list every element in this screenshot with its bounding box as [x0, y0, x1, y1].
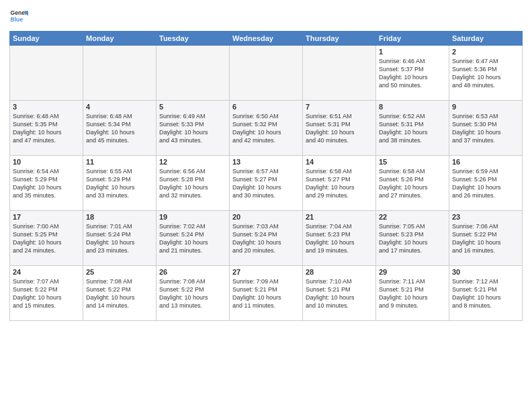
- calendar-cell: 9Sunrise: 6:53 AM Sunset: 5:30 PM Daylig…: [449, 101, 523, 156]
- day-info: Sunrise: 6:58 AM Sunset: 5:26 PM Dayligh…: [379, 167, 446, 200]
- calendar-cell: 16Sunrise: 6:59 AM Sunset: 5:26 PM Dayli…: [449, 156, 523, 211]
- day-info: Sunrise: 7:04 AM Sunset: 5:23 PM Dayligh…: [306, 222, 373, 255]
- day-number: 21: [306, 213, 373, 221]
- weekday-header-thursday: Thursday: [303, 32, 376, 46]
- calendar-cell: 30Sunrise: 7:12 AM Sunset: 5:21 PM Dayli…: [449, 266, 523, 321]
- day-info: Sunrise: 7:07 AM Sunset: 5:22 PM Dayligh…: [13, 277, 80, 310]
- calendar-cell: [10, 46, 83, 101]
- day-info: Sunrise: 6:48 AM Sunset: 5:35 PM Dayligh…: [13, 112, 80, 145]
- calendar-cell: [157, 46, 230, 101]
- day-number: 11: [86, 158, 153, 166]
- calendar-cell: 10Sunrise: 6:54 AM Sunset: 5:29 PM Dayli…: [10, 156, 83, 211]
- day-info: Sunrise: 7:00 AM Sunset: 5:25 PM Dayligh…: [13, 222, 80, 255]
- day-number: 15: [379, 158, 446, 166]
- day-number: 8: [379, 103, 446, 111]
- day-info: Sunrise: 6:51 AM Sunset: 5:31 PM Dayligh…: [306, 112, 373, 145]
- calendar-cell: 6Sunrise: 6:50 AM Sunset: 5:32 PM Daylig…: [230, 101, 303, 156]
- calendar-week-row: 24Sunrise: 7:07 AM Sunset: 5:22 PM Dayli…: [10, 266, 523, 321]
- day-number: 18: [86, 213, 153, 221]
- calendar-cell: [303, 46, 376, 101]
- day-info: Sunrise: 6:52 AM Sunset: 5:31 PM Dayligh…: [379, 112, 446, 145]
- day-info: Sunrise: 7:10 AM Sunset: 5:21 PM Dayligh…: [306, 277, 373, 310]
- calendar-table: SundayMondayTuesdayWednesdayThursdayFrid…: [9, 31, 523, 321]
- calendar-cell: 8Sunrise: 6:52 AM Sunset: 5:31 PM Daylig…: [376, 101, 449, 156]
- day-number: 26: [159, 268, 226, 276]
- calendar-cell: 19Sunrise: 7:02 AM Sunset: 5:24 PM Dayli…: [157, 211, 230, 266]
- day-info: Sunrise: 6:57 AM Sunset: 5:27 PM Dayligh…: [232, 167, 300, 200]
- calendar-cell: 17Sunrise: 7:00 AM Sunset: 5:25 PM Dayli…: [10, 211, 83, 266]
- calendar-cell: 25Sunrise: 7:08 AM Sunset: 5:22 PM Dayli…: [83, 266, 157, 321]
- calendar-cell: 11Sunrise: 6:55 AM Sunset: 5:29 PM Dayli…: [83, 156, 157, 211]
- header: General Blue: [9, 7, 523, 26]
- day-info: Sunrise: 6:46 AM Sunset: 5:37 PM Dayligh…: [379, 57, 446, 90]
- calendar-cell: 28Sunrise: 7:10 AM Sunset: 5:21 PM Dayli…: [303, 266, 376, 321]
- day-number: 29: [379, 268, 446, 276]
- day-number: 19: [159, 213, 226, 221]
- calendar-cell: 24Sunrise: 7:07 AM Sunset: 5:22 PM Dayli…: [10, 266, 83, 321]
- calendar-cell: 21Sunrise: 7:04 AM Sunset: 5:23 PM Dayli…: [303, 211, 376, 266]
- day-info: Sunrise: 7:06 AM Sunset: 5:22 PM Dayligh…: [452, 222, 519, 255]
- calendar-cell: 5Sunrise: 6:49 AM Sunset: 5:33 PM Daylig…: [157, 101, 230, 156]
- weekday-header-row: SundayMondayTuesdayWednesdayThursdayFrid…: [10, 32, 523, 46]
- day-info: Sunrise: 6:53 AM Sunset: 5:30 PM Dayligh…: [452, 112, 519, 145]
- day-number: 10: [13, 158, 80, 166]
- day-info: Sunrise: 7:08 AM Sunset: 5:22 PM Dayligh…: [159, 277, 226, 310]
- logo: General Blue: [9, 7, 28, 26]
- day-info: Sunrise: 6:47 AM Sunset: 5:36 PM Dayligh…: [452, 57, 519, 90]
- day-info: Sunrise: 6:56 AM Sunset: 5:28 PM Dayligh…: [159, 167, 226, 200]
- day-number: 4: [86, 103, 153, 111]
- calendar-cell: 1Sunrise: 6:46 AM Sunset: 5:37 PM Daylig…: [376, 46, 449, 101]
- day-info: Sunrise: 6:58 AM Sunset: 5:27 PM Dayligh…: [306, 167, 373, 200]
- day-info: Sunrise: 6:59 AM Sunset: 5:26 PM Dayligh…: [452, 167, 519, 200]
- calendar-cell: 13Sunrise: 6:57 AM Sunset: 5:27 PM Dayli…: [230, 156, 303, 211]
- calendar-cell: 29Sunrise: 7:11 AM Sunset: 5:21 PM Dayli…: [376, 266, 449, 321]
- day-number: 9: [452, 103, 519, 111]
- calendar-cell: 12Sunrise: 6:56 AM Sunset: 5:28 PM Dayli…: [157, 156, 230, 211]
- day-number: 7: [306, 103, 373, 111]
- day-number: 14: [306, 158, 373, 166]
- day-number: 16: [452, 158, 519, 166]
- weekday-header-saturday: Saturday: [449, 32, 523, 46]
- svg-text:General: General: [11, 9, 28, 16]
- day-info: Sunrise: 7:05 AM Sunset: 5:23 PM Dayligh…: [379, 222, 446, 255]
- weekday-header-monday: Monday: [83, 32, 157, 46]
- calendar-cell: 2Sunrise: 6:47 AM Sunset: 5:36 PM Daylig…: [449, 46, 523, 101]
- calendar-cell: 18Sunrise: 7:01 AM Sunset: 5:24 PM Dayli…: [83, 211, 157, 266]
- day-number: 24: [13, 268, 80, 276]
- day-info: Sunrise: 7:01 AM Sunset: 5:24 PM Dayligh…: [86, 222, 153, 255]
- day-number: 3: [13, 103, 80, 111]
- day-number: 1: [379, 48, 446, 56]
- page-container: General Blue SundayMondayTuesdayWednesda…: [0, 0, 532, 325]
- weekday-header-tuesday: Tuesday: [157, 32, 230, 46]
- day-info: Sunrise: 6:55 AM Sunset: 5:29 PM Dayligh…: [86, 167, 153, 200]
- day-number: 25: [86, 268, 153, 276]
- day-info: Sunrise: 6:54 AM Sunset: 5:29 PM Dayligh…: [13, 167, 80, 200]
- day-info: Sunrise: 7:08 AM Sunset: 5:22 PM Dayligh…: [86, 277, 153, 310]
- weekday-header-wednesday: Wednesday: [230, 32, 303, 46]
- day-number: 6: [232, 103, 300, 111]
- day-info: Sunrise: 6:50 AM Sunset: 5:32 PM Dayligh…: [232, 112, 300, 145]
- logo-icon: General Blue: [9, 7, 28, 26]
- day-info: Sunrise: 7:09 AM Sunset: 5:21 PM Dayligh…: [232, 277, 300, 310]
- svg-text:Blue: Blue: [11, 16, 24, 23]
- calendar-week-row: 10Sunrise: 6:54 AM Sunset: 5:29 PM Dayli…: [10, 156, 523, 211]
- calendar-cell: 7Sunrise: 6:51 AM Sunset: 5:31 PM Daylig…: [303, 101, 376, 156]
- calendar-week-row: 17Sunrise: 7:00 AM Sunset: 5:25 PM Dayli…: [10, 211, 523, 266]
- day-number: 12: [159, 158, 226, 166]
- calendar-cell: 20Sunrise: 7:03 AM Sunset: 5:24 PM Dayli…: [230, 211, 303, 266]
- day-number: 27: [232, 268, 300, 276]
- day-number: 22: [379, 213, 446, 221]
- calendar-cell: 14Sunrise: 6:58 AM Sunset: 5:27 PM Dayli…: [303, 156, 376, 211]
- calendar-cell: 15Sunrise: 6:58 AM Sunset: 5:26 PM Dayli…: [376, 156, 449, 211]
- day-number: 2: [452, 48, 519, 56]
- day-number: 30: [452, 268, 519, 276]
- day-info: Sunrise: 7:11 AM Sunset: 5:21 PM Dayligh…: [379, 277, 446, 310]
- day-number: 5: [159, 103, 226, 111]
- calendar-cell: 26Sunrise: 7:08 AM Sunset: 5:22 PM Dayli…: [157, 266, 230, 321]
- calendar-week-row: 1Sunrise: 6:46 AM Sunset: 5:37 PM Daylig…: [10, 46, 523, 101]
- calendar-cell: 4Sunrise: 6:48 AM Sunset: 5:34 PM Daylig…: [83, 101, 157, 156]
- calendar-cell: [83, 46, 157, 101]
- day-number: 28: [306, 268, 373, 276]
- day-info: Sunrise: 7:12 AM Sunset: 5:21 PM Dayligh…: [452, 277, 519, 310]
- day-number: 13: [232, 158, 300, 166]
